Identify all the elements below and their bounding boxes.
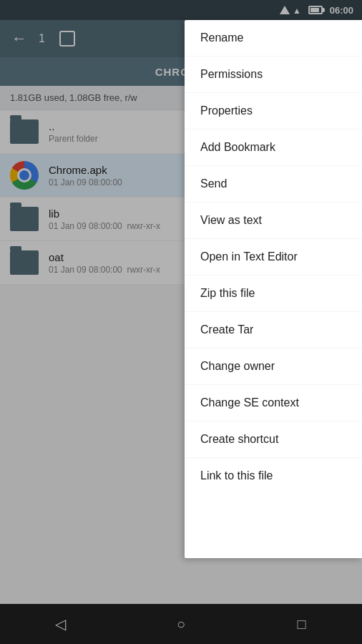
- menu-item-permissions[interactable]: Permissions: [185, 57, 362, 93]
- menu-item-send[interactable]: Send: [185, 166, 362, 203]
- menu-item-link-to-this-file[interactable]: Link to this file: [185, 458, 362, 494]
- menu-item-create-tar[interactable]: Create Tar: [185, 312, 362, 348]
- menu-item-view-as-text[interactable]: View as text: [185, 203, 362, 239]
- menu-item-open-in-text-editor[interactable]: Open in Text Editor: [185, 239, 362, 275]
- menu-item-zip-this-file[interactable]: Zip this file: [185, 275, 362, 312]
- menu-item-add-bookmark[interactable]: Add Bookmark: [185, 130, 362, 166]
- menu-item-change-se-context[interactable]: Change SE context: [185, 385, 362, 421]
- context-menu: RenamePermissionsPropertiesAdd BookmarkS…: [185, 20, 362, 558]
- menu-item-properties[interactable]: Properties: [185, 93, 362, 130]
- menu-item-change-owner[interactable]: Change owner: [185, 348, 362, 385]
- menu-item-rename[interactable]: Rename: [185, 20, 362, 57]
- menu-item-create-shortcut[interactable]: Create shortcut: [185, 421, 362, 458]
